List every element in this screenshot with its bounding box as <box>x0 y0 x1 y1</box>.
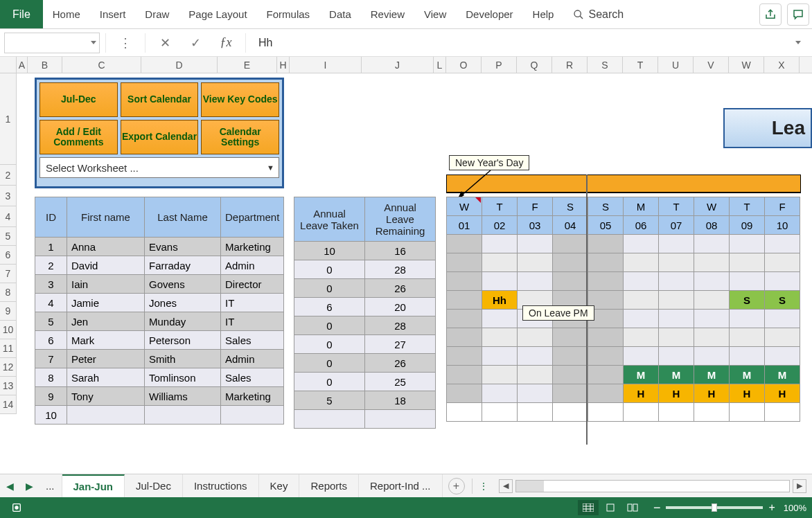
cal-cell[interactable] <box>588 328 624 347</box>
cell[interactable]: 0 <box>294 316 365 335</box>
column-header-T[interactable]: T <box>623 57 658 73</box>
cal-cell[interactable]: M <box>694 366 730 384</box>
table-row[interactable]: 028 <box>294 260 436 279</box>
cell[interactable]: 20 <box>365 298 436 316</box>
share-button[interactable] <box>759 3 782 26</box>
cell[interactable]: Govens <box>145 275 221 294</box>
cell[interactable]: Williams <box>145 387 221 406</box>
cal-cell[interactable] <box>447 328 482 347</box>
cell[interactable]: 3 <box>35 275 67 294</box>
zoom-slider[interactable] <box>666 506 763 509</box>
cell[interactable]: Sales <box>221 331 284 350</box>
cal-cell[interactable] <box>482 272 518 291</box>
menu-developer[interactable]: Developer <box>456 0 522 28</box>
panel-btn-jul-dec[interactable]: Jul-Dec <box>39 82 118 117</box>
select-all-corner[interactable] <box>0 57 17 73</box>
cal-cell[interactable] <box>730 253 765 272</box>
cal-cell[interactable]: M <box>659 366 694 384</box>
cell[interactable]: 9 <box>35 387 67 406</box>
tab-overflow[interactable]: ... <box>39 474 62 498</box>
cell[interactable]: 28 <box>365 260 436 279</box>
column-header-O[interactable]: O <box>446 57 482 73</box>
cal-cell[interactable] <box>447 384 482 403</box>
cell[interactable]: 6 <box>35 331 67 350</box>
cal-cell[interactable] <box>765 347 800 366</box>
cal-cell[interactable] <box>694 403 730 422</box>
cal-cell[interactable]: H <box>624 384 659 403</box>
cal-cell[interactable] <box>588 366 624 384</box>
row-header-14[interactable]: 14 <box>0 395 17 414</box>
cal-cell[interactable] <box>588 272 624 291</box>
cal-cell[interactable] <box>659 347 694 366</box>
more-controls-button[interactable]: ⋮ <box>112 33 139 53</box>
cal-cell[interactable] <box>518 253 553 272</box>
cell[interactable]: Tomlinson <box>145 368 221 387</box>
cal-cell[interactable]: H <box>730 384 765 403</box>
cal-cell[interactable] <box>553 366 588 384</box>
column-header-V[interactable]: V <box>694 57 729 73</box>
cal-cell[interactable] <box>765 310 800 328</box>
cal-cell[interactable] <box>765 403 800 422</box>
cell[interactable]: Munday <box>145 312 221 331</box>
table-row[interactable]: 6MarkPetersonSales <box>35 331 284 350</box>
table-row[interactable]: 028 <box>294 316 436 335</box>
cell[interactable]: 1 <box>35 238 67 256</box>
column-header-D[interactable]: D <box>141 57 218 73</box>
cell[interactable]: IT <box>221 294 284 312</box>
cal-cell[interactable] <box>447 235 482 253</box>
sheet-tab-instructions[interactable]: Instructions <box>183 474 259 498</box>
panel-btn-calendar-settings[interactable]: Calendar Settings <box>201 120 279 154</box>
cal-cell[interactable] <box>553 328 588 347</box>
cal-cell[interactable]: M <box>730 366 765 384</box>
cal-cell[interactable] <box>765 328 800 347</box>
cal-cell[interactable] <box>553 384 588 403</box>
sheet-tab-jul-dec[interactable]: Jul-Dec <box>125 474 183 498</box>
cell[interactable]: 25 <box>365 373 436 391</box>
cal-cell[interactable] <box>624 253 659 272</box>
cell[interactable] <box>221 406 284 425</box>
cal-cell[interactable] <box>730 403 765 422</box>
cal-cell[interactable] <box>659 272 694 291</box>
formula-input[interactable]: Hh <box>251 33 786 53</box>
horizontal-scrollbar[interactable]: ◀ ▶ <box>493 479 812 493</box>
cal-cell[interactable] <box>447 347 482 366</box>
cal-cell[interactable]: H <box>765 384 800 403</box>
cal-cell[interactable] <box>482 310 518 328</box>
panel-btn-sort-calendar[interactable]: Sort Calendar <box>121 82 199 117</box>
cal-cell[interactable] <box>447 403 482 422</box>
table-row[interactable]: 4JamieJonesIT <box>35 294 284 312</box>
column-header-A[interactable]: A <box>17 57 28 73</box>
cell[interactable]: 4 <box>35 294 67 312</box>
cal-cell[interactable] <box>588 347 624 366</box>
cell[interactable]: Director <box>221 275 284 294</box>
row-header-9[interactable]: 9 <box>0 302 17 321</box>
row-header-10[interactable]: 10 <box>0 321 17 339</box>
row-header-6[interactable]: 6 <box>0 246 17 265</box>
cell[interactable]: 0 <box>294 373 365 391</box>
menu-insert[interactable]: Insert <box>90 0 136 28</box>
table-row[interactable]: 025 <box>294 373 436 391</box>
expand-formula-bar-button[interactable] <box>788 33 808 53</box>
cal-cell[interactable] <box>447 253 482 272</box>
cell[interactable]: 8 <box>35 368 67 387</box>
tab-scroll-left[interactable]: ◀ <box>0 474 19 498</box>
table-row[interactable]: 9TonyWilliamsMarketing <box>35 387 284 406</box>
cell[interactable] <box>294 410 365 429</box>
cal-cell[interactable] <box>730 347 765 366</box>
cal-cell[interactable] <box>518 403 553 422</box>
row-header-11[interactable]: 11 <box>0 339 17 358</box>
cell[interactable]: 0 <box>294 260 365 279</box>
cell[interactable]: Jen <box>67 312 145 331</box>
cell[interactable]: Sales <box>221 368 284 387</box>
cal-cell[interactable] <box>694 272 730 291</box>
cell[interactable]: David <box>67 256 145 275</box>
file-tab[interactable]: File <box>0 0 43 28</box>
cal-cell[interactable] <box>518 235 553 253</box>
table-row[interactable]: 10 <box>35 406 284 425</box>
cal-cell[interactable] <box>765 235 800 253</box>
cell[interactable]: Marketing <box>221 238 284 256</box>
row-header-3[interactable]: 3 <box>0 186 17 206</box>
row-header-5[interactable]: 5 <box>0 227 17 246</box>
cal-cell[interactable] <box>694 291 730 310</box>
sheet-tab-key[interactable]: Key <box>259 474 300 498</box>
